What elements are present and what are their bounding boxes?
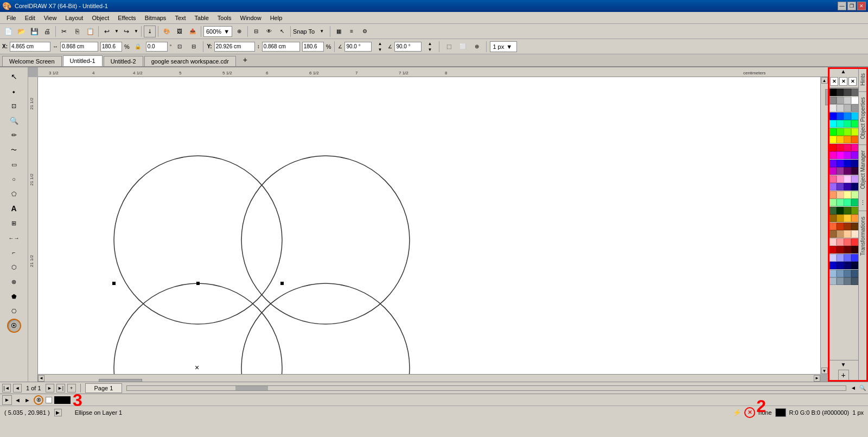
- color-swatch[interactable]: [851, 230, 859, 238]
- transform-btn2[interactable]: ⊟: [188, 41, 200, 53]
- scroll-up-button[interactable]: ▲: [821, 77, 828, 84]
- scroll-right-button[interactable]: ►: [814, 375, 820, 382]
- color-swatch[interactable]: [844, 207, 851, 214]
- zoom-dropdown[interactable]: 600% ▼: [203, 26, 232, 37]
- dimension-tool[interactable]: ←→: [7, 231, 21, 245]
- color-dark-red[interactable]: [851, 246, 859, 254]
- freehand-tool[interactable]: ✏: [7, 128, 21, 142]
- color-swatch[interactable]: [851, 254, 859, 262]
- title-bar-controls[interactable]: — ❐ ✕: [838, 2, 866, 10]
- color-swatch[interactable]: [844, 136, 851, 143]
- color-navy[interactable]: [851, 262, 859, 269]
- v-angle-down[interactable]: ▼: [424, 47, 436, 52]
- fill-tool[interactable]: ⬡: [7, 260, 21, 274]
- color-swatch[interactable]: [844, 238, 851, 246]
- color-swatch[interactable]: [829, 223, 837, 230]
- color-swatch[interactable]: [829, 207, 837, 214]
- canvas-paper[interactable]: ×: [38, 77, 820, 374]
- scroll-down-button[interactable]: ▼: [821, 368, 828, 374]
- menu-table[interactable]: Table: [190, 14, 213, 22]
- height-input[interactable]: [262, 42, 300, 52]
- no-fill-swatch[interactable]: ✕: [830, 77, 838, 86]
- color-yellow[interactable]: [829, 136, 837, 143]
- color-swatch[interactable]: [844, 175, 851, 183]
- maximize-button[interactable]: ❐: [847, 2, 856, 10]
- menu-layout[interactable]: Layout: [61, 14, 87, 22]
- color-swatch[interactable]: [829, 160, 837, 167]
- color-orange[interactable]: [851, 214, 859, 222]
- smart-draw-tool[interactable]: 〜: [7, 143, 21, 157]
- color-swatch[interactable]: [837, 144, 844, 151]
- active-tool-indicator[interactable]: ⦿: [34, 395, 43, 405]
- export-color[interactable]: 🎨: [161, 26, 173, 37]
- color-swatch[interactable]: [851, 277, 859, 285]
- color-swatch[interactable]: [851, 136, 859, 143]
- page-scroll-thumb[interactable]: [235, 386, 268, 390]
- color-swatch[interactable]: [851, 88, 859, 96]
- connector-tool[interactable]: ⌐: [7, 245, 21, 259]
- menu-bitmaps[interactable]: Bitmaps: [141, 14, 171, 22]
- transformations-tab[interactable]: Transformations: [859, 211, 868, 261]
- color-swatch[interactable]: [851, 160, 859, 167]
- scroll-end-btn[interactable]: ◄: [851, 385, 856, 391]
- blend-tool[interactable]: ⬟: [7, 289, 21, 303]
- align-btn2[interactable]: 👁: [263, 26, 275, 37]
- bottom-nav-btn[interactable]: ►: [2, 395, 12, 405]
- snap-btn1[interactable]: ▦: [333, 26, 344, 37]
- color-swatch[interactable]: [844, 262, 851, 269]
- table-tool[interactable]: ⊞: [7, 216, 21, 230]
- page-next[interactable]: ►: [46, 384, 54, 392]
- color-swatch[interactable]: [837, 277, 844, 285]
- color-swatch[interactable]: [851, 191, 859, 199]
- snap-btn2[interactable]: ≡: [346, 26, 358, 37]
- paste-button[interactable]: 📋: [84, 26, 96, 37]
- color-swatch[interactable]: [829, 175, 837, 183]
- rotation-input[interactable]: [146, 42, 168, 52]
- no-color-swatch[interactable]: ✕: [848, 77, 857, 86]
- color-swatch[interactable]: [844, 191, 851, 199]
- node-btn2[interactable]: ⬜: [457, 41, 469, 53]
- color-swatch[interactable]: [851, 151, 859, 159]
- menu-window[interactable]: Window: [236, 14, 266, 22]
- color-swatch[interactable]: [829, 97, 837, 104]
- palette-scroll-down[interactable]: ▼: [828, 360, 858, 369]
- color-swatch[interactable]: [844, 112, 851, 120]
- lock-ratio-button[interactable]: 🔒: [132, 41, 144, 53]
- tab-untitled1[interactable]: Untitled-1: [63, 55, 103, 66]
- color-swatch[interactable]: [837, 136, 844, 143]
- angle-up[interactable]: ▲: [374, 41, 386, 46]
- color-swatch[interactable]: [844, 160, 851, 167]
- settings-btn[interactable]: ⚙: [359, 26, 371, 37]
- color-swatch[interactable]: [837, 112, 844, 120]
- color-brown[interactable]: [851, 223, 859, 230]
- page-first[interactable]: |◄: [2, 384, 11, 392]
- v-angle-up[interactable]: ▲: [424, 41, 436, 46]
- save-button[interactable]: 💾: [28, 26, 40, 37]
- close-button[interactable]: ✕: [857, 2, 866, 10]
- color-swatch[interactable]: [829, 270, 837, 277]
- palette-up-arrow[interactable]: ▲: [841, 68, 846, 74]
- node-btn3[interactable]: ⊕: [471, 41, 483, 53]
- color-swatch[interactable]: [837, 246, 844, 254]
- hints-tab[interactable]: Hints: [859, 67, 868, 91]
- ellipse-tool[interactable]: ○: [7, 172, 21, 186]
- color-magenta[interactable]: [837, 151, 844, 159]
- color-swatch[interactable]: [829, 199, 837, 206]
- scroll-bar-bottom-page[interactable]: [126, 385, 846, 391]
- scroll-left-button[interactable]: ◄: [38, 375, 44, 382]
- color-swatch[interactable]: [844, 88, 851, 96]
- new-button[interactable]: 📄: [2, 26, 14, 37]
- fill-swatch-bottom[interactable]: [46, 397, 52, 403]
- color-eyedrop-tool[interactable]: ⦿: [7, 319, 21, 333]
- add-color-button[interactable]: +: [838, 370, 849, 381]
- color-swatch[interactable]: [837, 183, 844, 191]
- color-swatch[interactable]: [837, 238, 844, 246]
- node-btn1[interactable]: ⬚: [443, 41, 455, 53]
- color-swatch[interactable]: [844, 97, 851, 104]
- color-swatch[interactable]: [851, 183, 859, 191]
- color-swatch[interactable]: [844, 128, 851, 136]
- color-swatch[interactable]: [829, 254, 837, 262]
- no-fill-circle-icon[interactable]: ✕: [744, 407, 755, 418]
- color-cyan[interactable]: [829, 120, 837, 128]
- color-swatch[interactable]: [851, 207, 859, 214]
